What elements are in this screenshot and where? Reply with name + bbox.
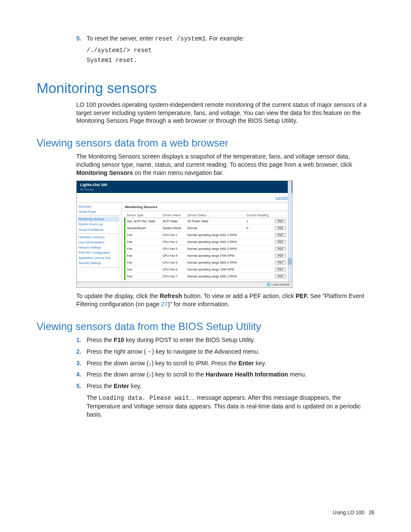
step-body: Press the down arrow (↓) key to scroll t…: [87, 359, 374, 367]
pef-button[interactable]: PEF: [275, 219, 286, 223]
cell-name: CPU Fan 1: [161, 232, 186, 239]
list-step: 2.Press the right arrow (→) key to navig…: [76, 348, 374, 356]
pef-button[interactable]: PEF: [275, 226, 286, 230]
intro-paragraph: LO 100 provides operating system-indepen…: [76, 101, 374, 125]
cell-status: Normal operating range 7494 RPM: [186, 266, 245, 273]
step-number: 3.: [76, 359, 87, 367]
page-footer: Using LO 100 26: [333, 510, 374, 516]
sidebar-item[interactable]: Application License Key: [78, 255, 119, 261]
text: button. To view or add a PEF action, cli…: [182, 292, 296, 299]
cell-type: Fan: [125, 252, 161, 259]
table-header-row: Sensor TypeSensor NameSensor StatusCurre…: [125, 213, 290, 218]
cell-type: Fan: [125, 259, 161, 266]
cell-type: Fan: [125, 273, 161, 280]
sensors-table: Sensor TypeSensor NameSensor StatusCurre…: [124, 213, 290, 280]
list-step: 4.Press the down arrow (↓) key to scroll…: [76, 370, 374, 379]
pef-button[interactable]: PEF: [275, 274, 286, 278]
col-header: [273, 213, 290, 218]
logout-link[interactable]: Log Out: [77, 193, 292, 202]
sidebar-item[interactable]: Summary: [78, 204, 119, 209]
sidebar-item[interactable]: Security Settings: [78, 261, 119, 266]
brand-sub: HP ProLiant: [80, 188, 94, 191]
bold: Hardware Health Information: [206, 371, 288, 378]
cell-status: Normal: [186, 225, 245, 232]
cell-status: Normal operating range 6661.3 RPM: [186, 239, 245, 246]
pef-button[interactable]: PEF: [275, 233, 286, 237]
bold-pef: PEF.: [296, 292, 308, 299]
sidebar-item[interactable]: Network Settings: [78, 245, 119, 250]
panel-title: Monitoring Sensors: [124, 202, 290, 211]
list-step: 3.Press the down arrow (↓) key to scroll…: [76, 359, 374, 367]
footer-page-number: 26: [369, 510, 374, 516]
table-row: FanCPU Fan 4Normal operating range 7494 …: [125, 252, 290, 259]
text: on the main menu navigation bar.: [133, 169, 224, 176]
sidebar-item[interactable]: Virtual Power: [78, 209, 119, 215]
cell-action: PEF: [273, 246, 290, 252]
cell-action: PEF: [273, 239, 290, 246]
sidebar-item[interactable]: System Event Log: [78, 222, 119, 227]
bold-refresh: Refresh: [160, 292, 182, 299]
table-row: FanCPU Fan 1Normal operating range 6661.…: [125, 232, 290, 239]
pef-button[interactable]: PEF: [275, 240, 286, 244]
bold: Enter: [238, 360, 254, 367]
cell-name: CPU Fan 3: [161, 246, 186, 252]
cell-type: Fan: [125, 239, 161, 246]
cell-status: Normal operating range 6481.3 RPM: [186, 246, 245, 252]
text: . For example:: [206, 35, 244, 42]
table-row: FanCPU Fan 7Normal operating range 6481.…: [125, 273, 290, 280]
sidebar-item[interactable]: Monitoring Sensors: [78, 217, 119, 222]
pef-button[interactable]: PEF: [275, 247, 286, 251]
table-row: FanCPU Fan 2Normal operating range 6661.…: [125, 239, 290, 246]
cell-reading: 0: [245, 225, 273, 232]
cell-reading: [245, 232, 273, 239]
col-header: Current Reading: [245, 213, 273, 218]
cell-name: CPU Fan 5: [161, 259, 186, 266]
cell-reading: [245, 252, 273, 259]
footer-label: Using LO 100: [333, 510, 364, 516]
status-text: Local intranet: [271, 283, 290, 286]
cell-action: PEF: [273, 232, 290, 239]
bold-monitoring-sensors: Monitoring Sensors: [76, 169, 133, 176]
sidebar-item[interactable]: IPMI PEF Configuration: [78, 250, 119, 255]
cell-type: Fan: [125, 232, 161, 239]
cell-action: PEF: [273, 218, 290, 225]
text: To reset the server, enter: [87, 35, 155, 42]
page-link[interactable]: 27: [161, 301, 168, 308]
step-body: Press the F10 key during POST to enter t…: [87, 336, 374, 344]
cell-reading: [245, 273, 273, 280]
cell-type: Module/Board: [125, 225, 161, 232]
table-row: FanCPU Fan 6Normal operating range 7494 …: [125, 266, 290, 273]
text: key.: [129, 383, 142, 389]
col-header: Sensor Type: [125, 213, 161, 218]
cell-name: CPU Fan 7: [161, 273, 186, 280]
text: Press the down arrow (↓) key to scroll t…: [87, 360, 238, 367]
sidebar-item[interactable]: Virtual KVM/Media: [78, 227, 119, 233]
step-number: 5.: [76, 34, 87, 43]
scrollbar[interactable]: [288, 181, 292, 281]
cell-status: Normal operating range 6661.3 RPM: [186, 232, 245, 239]
cell-reading: [245, 259, 273, 266]
inline-code: reset /system1: [155, 35, 206, 42]
cell-name: ACPI State: [161, 218, 186, 225]
col-header: Sensor Name: [161, 213, 186, 218]
sidebar: SummaryVirtual PowerMonitoring SensorsSy…: [77, 202, 121, 282]
inline-code: Loading data. Please wait: [99, 395, 189, 401]
text: Press the: [87, 336, 114, 343]
bold: Enter: [114, 383, 129, 389]
sidebar-item[interactable]: User Administration: [78, 240, 119, 245]
cell-action: PEF: [273, 252, 290, 259]
code-line-2: System1 reset.: [87, 56, 374, 65]
step-number: 5.: [76, 382, 87, 390]
step-body: To reset the server, enter reset /system…: [87, 34, 374, 43]
list-step: 1.Press the F10 key during POST to enter…: [76, 336, 374, 344]
table-row: Module/BoardSystem ResetNormal0PEF: [125, 225, 290, 232]
text: To update the display, click the: [76, 292, 160, 299]
pef-button[interactable]: PEF: [275, 254, 286, 258]
sidebar-item[interactable]: Hardware Inventory: [78, 235, 119, 240]
step-body: Press the right arrow (→) key to navigat…: [87, 348, 374, 356]
statusbar: 🌐 Local intranet: [77, 282, 292, 287]
pef-button[interactable]: PEF: [275, 268, 286, 271]
text: menu.: [288, 371, 307, 378]
pef-button[interactable]: PEF: [275, 261, 286, 264]
table-row: FanCPU Fan 3Normal operating range 6481.…: [125, 246, 290, 252]
